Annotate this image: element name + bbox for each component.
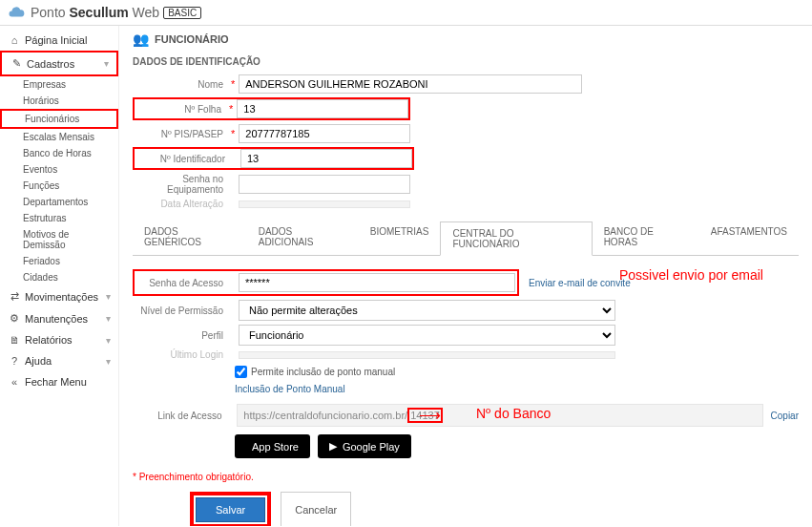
input-folha[interactable] <box>237 99 408 118</box>
row-identificador: Nº Identificador <box>133 147 799 170</box>
required-note: * Preenchimento obrigatório. <box>133 472 799 482</box>
googleplay-button[interactable]: ▶ Google Play <box>318 434 411 458</box>
input-senha-equip[interactable] <box>239 175 410 194</box>
sidebar: ⌂ Página Inicial ✎ Cadastros ▾ Empresas … <box>0 26 119 526</box>
link-copiar[interactable]: Copiar <box>771 411 799 421</box>
highlight-db-number: 14137 <box>407 408 443 423</box>
select-nivel-permissao[interactable]: Não permite alterações <box>239 300 615 321</box>
label-nome: Nome <box>133 79 223 90</box>
label-pis: Nº PIS/PASEP <box>133 129 223 139</box>
brand-text: Ponto Secullum Web <box>31 5 159 20</box>
required-marker: * <box>231 128 235 139</box>
gear-icon: ⚙ <box>8 312 21 325</box>
label-ultimo-login: Último Login <box>133 349 223 360</box>
annotation-email: Possivel envio por email <box>619 267 763 283</box>
tab-afastamentos[interactable]: AFASTAMENTOS <box>699 221 799 255</box>
appstore-button[interactable]: App Store <box>235 434 310 458</box>
chevron-down-icon: ▾ <box>104 58 109 69</box>
checkbox-permite-inclusao[interactable] <box>235 366 247 378</box>
sidebar-sub-funcionarios[interactable]: Funcionários <box>0 109 118 129</box>
page-title: 👥 FUNCIONÁRIO <box>133 32 799 47</box>
label-senha-acesso: Senha de Acesso <box>136 278 223 288</box>
row-nome: Nome * <box>133 74 799 94</box>
sidebar-item-label: Página Inicial <box>25 34 87 46</box>
sidebar-sub-empresas[interactable]: Empresas <box>0 76 118 93</box>
input-identificador[interactable] <box>240 149 412 168</box>
row-ultimo-login: Último Login <box>133 349 799 360</box>
sidebar-item-label: Fechar Menu <box>25 376 87 388</box>
main-content: 👥 FUNCIONÁRIO DADOS DE IDENTIFICAÇÃO Nom… <box>119 26 812 526</box>
doc-icon: 🗎 <box>8 334 21 346</box>
link-enviar-email[interactable]: Enviar e-mail de convite <box>529 278 631 288</box>
sidebar-item-label: Manutenções <box>25 313 88 325</box>
sidebar-sub-feriados[interactable]: Feriados <box>0 253 118 269</box>
sidebar-item-label: Ajuda <box>25 355 52 367</box>
sidebar-sub-cidades[interactable]: Cidades <box>0 269 118 285</box>
input-nome[interactable] <box>239 74 582 94</box>
row-senha-acesso: Senha de Acesso Enviar e-mail de convite… <box>133 269 799 296</box>
arrow-left-icon: « <box>8 376 21 388</box>
required-marker: * <box>229 103 233 115</box>
sidebar-sub-funcoes[interactable]: Funções <box>0 178 118 194</box>
label-permite-inclusao: Permite inclusão de ponto manual <box>251 367 395 377</box>
app-header: Ponto Secullum Web BASIC <box>0 0 812 26</box>
required-marker: * <box>231 78 235 90</box>
sidebar-sub-horarios[interactable]: Horários <box>0 93 118 109</box>
sidebar-sub-departamentos[interactable]: Departamentos <box>0 194 118 210</box>
help-icon: ? <box>8 355 21 367</box>
tab-banco-horas[interactable]: BANCO DE HORAS <box>593 221 699 255</box>
chevron-down-icon: ▾ <box>106 356 111 367</box>
home-icon: ⌂ <box>8 34 21 46</box>
chevron-down-icon: ▾ <box>106 335 111 346</box>
sidebar-item-ajuda[interactable]: ? Ajuda ▾ <box>0 350 118 371</box>
row-link-acesso: Link de Acesso https://centraldofunciona… <box>133 404 799 427</box>
sidebar-item-movimentacoes[interactable]: ⇄ Movimentações ▾ <box>0 285 118 307</box>
tab-central-funcionario[interactable]: CENTRAL DO FUNCIONÁRIO <box>440 221 592 256</box>
sidebar-item-label: Movimentações <box>25 291 98 303</box>
input-pis[interactable] <box>239 124 410 143</box>
sidebar-item-home[interactable]: ⌂ Página Inicial <box>0 30 118 51</box>
section-header-id: DADOS DE IDENTIFICAÇÃO <box>133 56 799 67</box>
sidebar-sub-escalas[interactable]: Escalas Mensais <box>0 129 118 145</box>
label-data-alteracao: Data Alteração <box>133 199 223 209</box>
sidebar-item-relatorios[interactable]: 🗎 Relatórios ▾ <box>0 329 118 350</box>
save-button[interactable]: Salvar <box>196 497 265 522</box>
sidebar-item-label: Cadastros <box>27 58 74 70</box>
tab-dados-adicionais[interactable]: DADOS ADICIONAIS <box>247 221 359 255</box>
row-permite-inclusao: Permite inclusão de ponto manual <box>133 366 799 378</box>
cloud-logo-icon <box>8 4 25 21</box>
tab-biometrias[interactable]: BIOMETRIAS <box>359 221 441 255</box>
sidebar-sub-motivos[interactable]: Motivos de Demissão <box>0 226 118 253</box>
input-senha-acesso[interactable] <box>239 273 515 292</box>
sidebar-item-manutencoes[interactable]: ⚙ Manutenções ▾ <box>0 307 118 329</box>
tab-dados-genericos[interactable]: DADOS GENÉRICOS <box>133 221 247 255</box>
row-pis: Nº PIS/PASEP * <box>133 124 799 143</box>
label-perfil: Perfil <box>133 330 223 341</box>
sidebar-item-fechar[interactable]: « Fechar Menu <box>0 371 118 392</box>
row-nivel-permissao: Nível de Permissão Não permite alteraçõe… <box>133 300 799 321</box>
play-icon: ▶ <box>329 440 337 453</box>
sidebar-sub-banco[interactable]: Banco de Horas <box>0 145 118 161</box>
row-perfil: Perfil Funcionário <box>133 325 799 346</box>
chevron-down-icon: ▾ <box>106 291 111 302</box>
sidebar-item-label: Relatórios <box>25 334 73 346</box>
label-nivel-permissao: Nível de Permissão <box>133 306 223 316</box>
label-senha-equip: Senha no Equipamento <box>133 174 223 195</box>
row-folha: Nº Folha * <box>133 97 799 120</box>
plan-badge: BASIC <box>163 7 201 19</box>
pencil-icon: ✎ <box>10 57 23 70</box>
chevron-down-icon: ▾ <box>106 313 111 324</box>
sidebar-item-cadastros[interactable]: ✎ Cadastros ▾ <box>0 51 118 76</box>
cancel-button[interactable]: Cancelar <box>281 492 351 526</box>
link-inclusao-ponto[interactable]: Inclusão de Ponto Manual <box>133 384 799 394</box>
readonly-data-alteracao <box>239 200 410 208</box>
label-folha: Nº Folha <box>135 104 221 115</box>
users-icon: 👥 <box>133 32 149 47</box>
tabs: DADOS GENÉRICOS DADOS ADICIONAIS BIOMETR… <box>133 221 799 256</box>
swap-icon: ⇄ <box>8 290 21 303</box>
sidebar-sub-eventos[interactable]: Eventos <box>0 161 118 178</box>
sidebar-sub-estruturas[interactable]: Estruturas <box>0 210 118 226</box>
row-data-alteracao: Data Alteração <box>133 199 799 209</box>
readonly-link-acesso: https://centraldofuncionario.com.br/1413… <box>237 404 762 427</box>
select-perfil[interactable]: Funcionário <box>239 325 615 346</box>
